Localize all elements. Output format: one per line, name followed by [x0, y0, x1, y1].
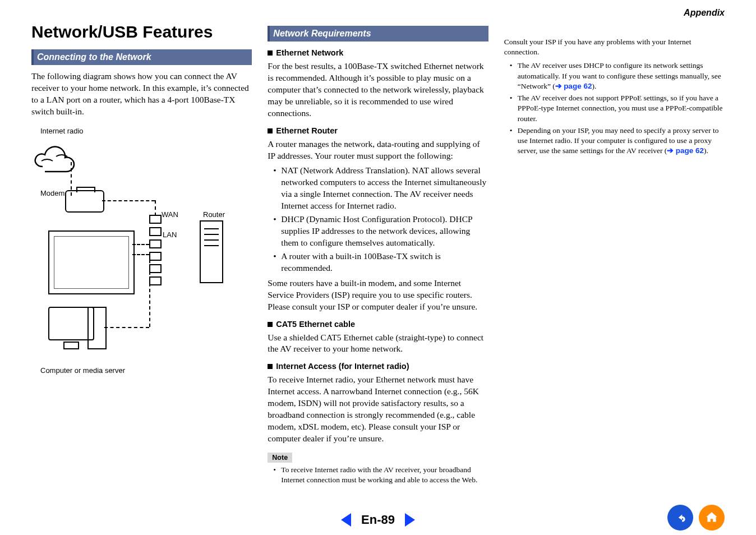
col3-notes: The AV receiver uses DHCP to configure i… [504, 61, 725, 156]
tower-icon [87, 307, 107, 349]
heading-internet-access: Internet Access (for Internet radio) [268, 362, 488, 371]
diagram-label-router: Router [203, 210, 225, 219]
list-item: DHCP (Dynamic Host Configuration Protoco… [275, 214, 488, 249]
prev-page-button[interactable] [341, 513, 351, 527]
arrow-icon: ➔ [555, 82, 564, 90]
diagram-label-wan: WAN [162, 210, 178, 219]
network-diagram: Internet radio Modem WAN Router LAN [31, 127, 252, 375]
ethernet-network-text: For the best results, a 100Base-TX switc… [268, 61, 488, 119]
router-icon [200, 220, 223, 283]
home-icon [704, 510, 719, 525]
router-requirements-list: NAT (Network Address Translation). NAT a… [268, 165, 488, 274]
note-item: The AV receiver uses DHCP to configure i… [512, 61, 725, 91]
appendix-label: Appendix [684, 8, 725, 18]
note-list: To receive Internet radio with the AV re… [268, 465, 488, 485]
list-item: A router with a built-in 100Base-TX swit… [275, 251, 488, 274]
page-number: En-89 [361, 513, 395, 527]
isp-consult-text: Consult your ISP if you have any problem… [504, 37, 725, 57]
note-text: The AV receiver uses DHCP to configure i… [518, 61, 721, 90]
heading-cat5: CAT5 Ethernet cable [268, 320, 488, 329]
note-text: ). [592, 82, 596, 90]
diagram-label-lan: LAN [163, 230, 177, 239]
note-item: The AV receiver does not support PPPoE s… [512, 93, 725, 124]
router-ports-icon [149, 211, 162, 289]
note-item: Depending on your ISP, you may need to s… [512, 126, 725, 156]
note-label: Note [268, 453, 292, 463]
heading-ethernet-network: Ethernet Network [268, 48, 488, 57]
page-62-link[interactable]: page 62 [564, 82, 592, 90]
internet-cloud-icon [31, 144, 82, 178]
cat5-text: Use a shielded CAT5 Ethernet cable (stra… [268, 332, 488, 356]
page-62-link[interactable]: page 62 [676, 146, 704, 155]
ethernet-router-intro: A router manages the network, data-routi… [268, 139, 488, 162]
diagram-label-modem: Modem [40, 189, 64, 197]
home-button[interactable] [699, 505, 725, 531]
av-receiver-icon [48, 230, 135, 294]
modem-icon [65, 190, 104, 213]
page-title: Network/USB Features [31, 22, 252, 41]
back-arrow-icon [673, 510, 688, 525]
next-page-button[interactable] [405, 513, 415, 527]
arrow-icon: ➔ [667, 146, 675, 155]
note-item: To receive Internet radio with the AV re… [275, 465, 488, 485]
note-text: ). [704, 146, 708, 155]
back-button[interactable] [667, 505, 693, 531]
diagram-label-computer: Computer or media server [40, 366, 252, 375]
router-post-text: Some routers have a built-in modem, and … [268, 278, 488, 313]
list-item: NAT (Network Address Translation). NAT a… [275, 165, 488, 212]
heading-ethernet-router: Ethernet Router [268, 126, 488, 135]
section-connecting: Connecting to the Network [31, 49, 252, 65]
diagram-label-internet-radio: Internet radio [40, 127, 252, 135]
connecting-intro: The following diagram shows how you can … [31, 71, 252, 118]
internet-access-text: To receive Internet radio, your Ethernet… [268, 374, 488, 445]
section-requirements: Network Requirements [268, 26, 488, 41]
